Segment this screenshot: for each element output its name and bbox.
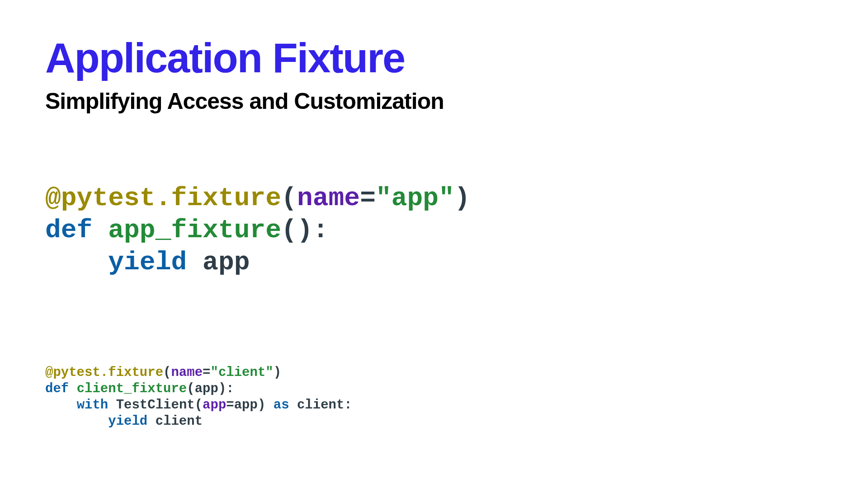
code-token: app bbox=[187, 248, 250, 277]
code-token: client bbox=[147, 414, 203, 429]
code-token: app bbox=[203, 398, 226, 413]
code-token: with bbox=[77, 398, 108, 413]
code-token: yield bbox=[108, 414, 147, 429]
code-token: @pytest.fixture bbox=[45, 365, 163, 380]
code-token: TestClient( bbox=[108, 398, 203, 413]
code-token: as bbox=[274, 398, 289, 413]
code-token bbox=[92, 216, 108, 245]
code-token: ) bbox=[454, 183, 470, 213]
code-token: client: bbox=[289, 398, 352, 413]
code-token: name bbox=[297, 183, 360, 213]
code-token: def bbox=[45, 381, 69, 396]
code-token: app_fixture bbox=[108, 216, 281, 245]
code-token: ( bbox=[281, 183, 297, 213]
code-token: = bbox=[203, 365, 210, 380]
slide-subtitle: Simplifying Access and Customization bbox=[45, 88, 823, 114]
code-token bbox=[69, 381, 76, 396]
slide-title: Application Fixture bbox=[45, 36, 823, 80]
code-token: "client" bbox=[210, 365, 273, 380]
code-token: @pytest.fixture bbox=[45, 183, 281, 213]
code-token: name bbox=[171, 365, 203, 380]
code-token: (app): bbox=[187, 381, 234, 396]
code-token: "app" bbox=[376, 183, 454, 213]
code-token bbox=[45, 414, 108, 429]
code-token: client_fixture bbox=[77, 381, 187, 396]
code-token bbox=[45, 398, 77, 413]
code-block-app-fixture: @pytest.fixture(name="app") def app_fixt… bbox=[45, 182, 823, 279]
code-token: = bbox=[360, 183, 376, 213]
code-token: =app) bbox=[226, 398, 273, 413]
code-block-client-fixture: @pytest.fixture(name="client") def clien… bbox=[45, 365, 823, 430]
code-token bbox=[45, 248, 108, 277]
code-token: yield bbox=[108, 248, 187, 277]
code-token: ( bbox=[163, 365, 171, 380]
code-token: def bbox=[45, 216, 92, 245]
code-token: ) bbox=[274, 365, 281, 380]
code-token: (): bbox=[281, 216, 328, 245]
